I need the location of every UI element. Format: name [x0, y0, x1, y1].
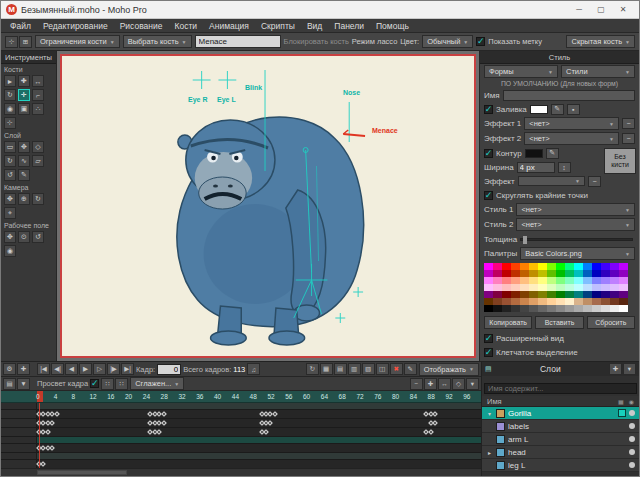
onion-skin-checkbox[interactable]	[90, 379, 99, 388]
palette-swatch-0-0[interactable]	[484, 263, 493, 270]
track-camera-tool[interactable]: ✥	[4, 193, 16, 205]
palette-swatch-4-0[interactable]	[484, 291, 493, 298]
paste-style-button[interactable]: Вставить	[535, 316, 583, 329]
palette-swatch-2-9[interactable]	[565, 277, 574, 284]
palette-swatch-2-15[interactable]	[619, 277, 628, 284]
translate-layer-tool[interactable]: ✥	[18, 141, 30, 153]
previous-keyframe-button[interactable]: ◀|	[51, 363, 64, 375]
palette-swatch-0-9[interactable]	[565, 263, 574, 270]
palette-swatch-4-7[interactable]	[547, 291, 556, 298]
palette-swatch-0-1[interactable]	[493, 263, 502, 270]
fill-checkbox[interactable]	[484, 105, 493, 114]
channel-list-icon[interactable]: ▤	[3, 378, 16, 390]
onion-dots-icon[interactable]: ∷	[101, 378, 114, 390]
loop-icon[interactable]: ↻	[306, 363, 319, 375]
palette-swatch-2-7[interactable]	[547, 277, 556, 284]
outline-effect-remove-button[interactable]: −	[588, 176, 601, 187]
fill-eyedropper-button[interactable]: ✎	[551, 104, 564, 115]
layer-visibility-toggle[interactable]	[629, 423, 635, 429]
palette-swatch-4-15[interactable]	[619, 291, 628, 298]
follow-path-tool[interactable]: ∿	[18, 155, 30, 167]
palette-swatch-0-4[interactable]	[520, 263, 529, 270]
palette-swatch-4-1[interactable]	[493, 291, 502, 298]
style1-dropdown[interactable]: <нет>	[516, 203, 635, 216]
palette-swatch-1-2[interactable]	[502, 270, 511, 277]
palette-swatch-0-2[interactable]	[502, 263, 511, 270]
close-button[interactable]: ✕	[612, 2, 634, 18]
palette-swatch-2-12[interactable]	[592, 277, 601, 284]
palette-swatch-3-6[interactable]	[538, 284, 547, 291]
go-to-start-button[interactable]: |◀	[37, 363, 50, 375]
audio-mute-button[interactable]: ♫	[247, 363, 260, 375]
effect1-dropdown[interactable]: <нет>	[524, 117, 619, 130]
layer-visibility-toggle[interactable]	[629, 449, 635, 455]
reset-style-button[interactable]: Сбросить	[587, 316, 635, 329]
palette-swatch-1-5[interactable]	[529, 270, 538, 277]
cells-icon[interactable]: ▥	[348, 363, 361, 375]
keyframe-2-28[interactable]	[161, 420, 167, 426]
keyframe-2-3[interactable]	[50, 420, 56, 426]
palette-swatch-6-0[interactable]	[484, 305, 493, 312]
palette-swatch-1-4[interactable]	[520, 270, 529, 277]
track-settings-icon[interactable]: ⚙	[3, 363, 16, 375]
palette-swatch-3-15[interactable]	[619, 284, 628, 291]
layers-view-icon[interactable]: ▤	[334, 363, 347, 375]
shapes-dropdown[interactable]: Формы	[484, 65, 558, 78]
palette-swatch-5-5[interactable]	[529, 298, 538, 305]
scale-layer-tool[interactable]: ◇	[32, 141, 44, 153]
keyframe-3-27[interactable]	[156, 429, 162, 435]
palette-swatch-5-14[interactable]	[610, 298, 619, 305]
track-row-4[interactable]	[1, 437, 481, 444]
menu-item-Вид[interactable]: Вид	[301, 21, 328, 31]
palette-swatch-3-1[interactable]	[493, 284, 502, 291]
grid-icon[interactable]: ▦	[320, 363, 333, 375]
palette-swatch-1-9[interactable]	[565, 270, 574, 277]
palette-swatch-2-6[interactable]	[538, 277, 547, 284]
next-keyframe-button[interactable]: |▶	[107, 363, 120, 375]
select-bone-dropdown[interactable]: Выбрать кость	[123, 35, 192, 48]
keyframe-1-4[interactable]	[54, 411, 60, 417]
palette-swatch-5-12[interactable]	[592, 298, 601, 305]
palette-swatch-5-4[interactable]	[520, 298, 529, 305]
palette-swatch-0-12[interactable]	[592, 263, 601, 270]
reparent-bone-tool[interactable]: ⌐	[32, 89, 44, 101]
palette-swatch-2-11[interactable]	[583, 277, 592, 284]
palette-swatch-4-13[interactable]	[601, 291, 610, 298]
styles-dropdown[interactable]: Стили	[561, 65, 635, 78]
timeline-menu-icon[interactable]: ▾	[466, 378, 479, 390]
layer-row-labels[interactable]: labels	[482, 420, 639, 433]
visibility-column-icon[interactable]: ◉	[629, 398, 634, 405]
palette-swatch-0-6[interactable]	[538, 263, 547, 270]
palette-swatch-4-8[interactable]	[556, 291, 565, 298]
palette-swatch-1-15[interactable]	[619, 270, 628, 277]
layer-visibility-toggle[interactable]	[629, 410, 635, 416]
layer-menu-button[interactable]: ▾	[623, 363, 636, 375]
palette-swatch-0-8[interactable]	[556, 263, 565, 270]
track-row-2[interactable]	[1, 419, 481, 428]
palette-swatch-2-1[interactable]	[493, 277, 502, 284]
rows-icon[interactable]: ◫	[376, 363, 389, 375]
menu-item-Скрипты[interactable]: Скрипты	[255, 21, 301, 31]
palette-swatch-2-0[interactable]	[484, 277, 493, 284]
display-dropdown[interactable]: Отображать	[419, 363, 479, 376]
layer-expand-icon[interactable]: ▾	[486, 410, 493, 417]
keyframe-options-icon[interactable]: ◇	[452, 378, 465, 390]
menu-item-Редактирование[interactable]: Редактирование	[37, 21, 114, 31]
select-bone-tool[interactable]: ►	[4, 75, 16, 87]
palette-swatch-5-1[interactable]	[493, 298, 502, 305]
thickness-slider[interactable]	[520, 238, 633, 241]
palette-swatch-6-8[interactable]	[556, 305, 565, 312]
outline-checkbox[interactable]	[484, 149, 493, 158]
palette-swatch-5-10[interactable]	[574, 298, 583, 305]
palette-swatch-4-11[interactable]	[583, 291, 592, 298]
track-row-3[interactable]	[1, 428, 481, 437]
palette-swatch-1-12[interactable]	[592, 270, 601, 277]
layer-visibility-toggle[interactable]	[629, 462, 635, 468]
palette-swatch-1-6[interactable]	[538, 270, 547, 277]
edit-keys-icon[interactable]: ✎	[404, 363, 417, 375]
keyframe-2-89[interactable]	[432, 420, 438, 426]
palette-swatch-2-4[interactable]	[520, 277, 529, 284]
palette-swatch-4-10[interactable]	[574, 291, 583, 298]
copy-style-button[interactable]: Копировать	[484, 316, 532, 329]
hidden-bone-dropdown[interactable]: Скрытая кость	[566, 35, 635, 48]
